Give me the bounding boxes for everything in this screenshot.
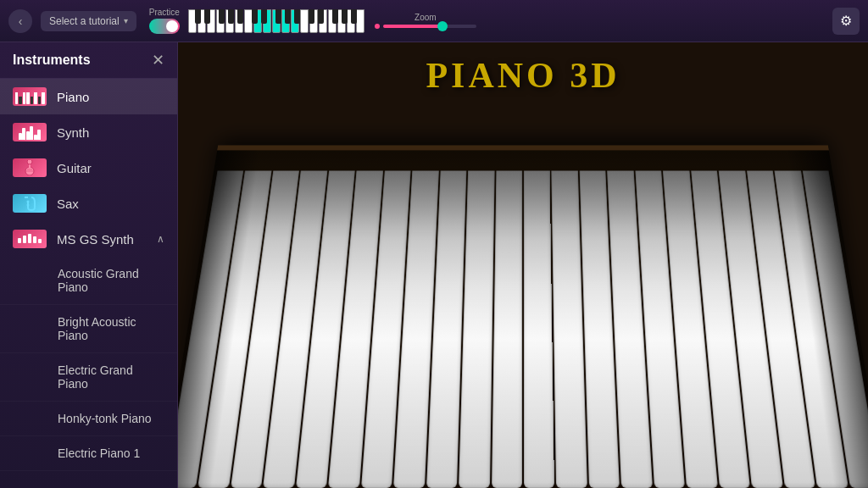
zoom-label: Zoom [415,13,437,22]
svg-point-6 [27,204,30,207]
sidebar-item-label-synth: Synth [57,125,89,140]
svg-rect-11 [33,236,36,243]
zoom-thumb[interactable] [437,21,448,31]
mini-key-w4 [216,9,225,33]
mini-key-w18 [347,9,355,33]
select-tutorial-label: Select a tutorial [49,15,120,27]
svg-rect-8 [18,238,21,243]
toggle-container [149,19,180,34]
practice-toggle[interactable] [149,19,180,34]
chevron-down-icon: ▾ [124,16,128,25]
sidebar-item-msgs[interactable]: MS GS Synth ∧ [0,221,177,257]
white-keys-container [178,171,868,488]
sidebar-item-label-msgs: MS GS Synth [57,232,134,247]
piano-title: PIANO 3D [426,55,620,96]
white-key-12[interactable] [524,171,555,488]
submenu-item-electric-grand[interactable]: Electric Grand Piano [0,353,177,402]
svg-point-2 [27,160,32,164]
collapse-icon: ∧ [157,233,164,245]
svg-rect-12 [38,239,42,243]
mini-key-w15 [319,9,327,33]
mini-key-w8-hl [253,9,262,33]
header: ‹ Select a tutorial ▾ Practice [0,0,868,42]
select-tutorial-button[interactable]: Select a tutorial ▾ [41,11,136,31]
main-content: Instruments ✕ Piano [0,42,868,488]
msgs-icon [13,230,47,248]
mini-key-w10-hl [272,9,281,33]
zoom-slider [375,24,476,29]
close-icon: ✕ [152,52,164,69]
mini-key-w2 [198,9,206,33]
practice-section: Practice [149,8,180,34]
mini-key-w16 [328,9,337,33]
practice-label: Practice [149,8,180,17]
sidebar-item-label-piano: Piano [57,90,89,104]
mini-key-w3 [207,9,215,33]
sidebar-item-sax[interactable]: Sax [0,186,177,221]
synth-icon [13,123,47,141]
sidebar-item-label-guitar: Guitar [57,161,92,175]
submenu-item-honky-tonk[interactable]: Honky-tonk Piano [0,402,177,436]
guitar-icon [13,158,47,177]
sidebar-item-label-sax: Sax [57,197,79,211]
svg-rect-9 [23,236,26,243]
submenu-item-bright-acoustic[interactable]: Bright Acoustic Piano [0,305,177,353]
mini-key-w9-hl [263,9,271,33]
sax-icon [13,194,47,213]
mini-key-w11-hl [281,9,290,33]
zoom-track[interactable] [383,25,476,28]
mini-key-w14 [309,9,318,33]
piano-content: PIANO 3D [178,42,868,488]
settings-icon: ⚙ [840,13,852,29]
nav-back-button[interactable]: ‹ [8,9,32,33]
svg-point-5 [27,201,30,203]
zoom-section: Zoom [375,13,476,29]
mini-key-w6 [235,9,243,33]
submenu-item-electric-piano-1[interactable]: Electric Piano 1 [0,436,177,471]
svg-rect-10 [28,234,31,243]
sidebar-items-list: Piano Synth [0,79,177,488]
mini-key-w1 [188,9,197,33]
piano-3d-visual [178,98,868,488]
submenu-item-acoustic-grand[interactable]: Acoustic Grand Piano [0,257,177,305]
sidebar-item-synth[interactable]: Synth [0,114,177,150]
mini-key-w5 [225,9,234,33]
sidebar-header: Instruments ✕ [0,42,177,79]
mini-key-w13 [300,9,309,33]
header-mini-keyboard [188,8,366,34]
sidebar-item-piano[interactable]: Piano [0,79,177,114]
sidebar: Instruments ✕ Piano [0,42,178,488]
mini-key-w17 [337,9,346,33]
mini-key-w12-hl [291,9,299,33]
piano-body [178,145,868,488]
close-sidebar-button[interactable]: ✕ [152,53,164,68]
white-key-11[interactable] [492,171,523,488]
sidebar-item-guitar[interactable]: Guitar [0,150,177,186]
mini-key-w19 [356,9,364,33]
mini-key-w7 [244,9,253,33]
sidebar-title: Instruments [13,53,91,68]
piano-icon [13,87,47,106]
settings-button[interactable]: ⚙ [832,8,860,35]
zoom-min-dot [375,24,380,29]
